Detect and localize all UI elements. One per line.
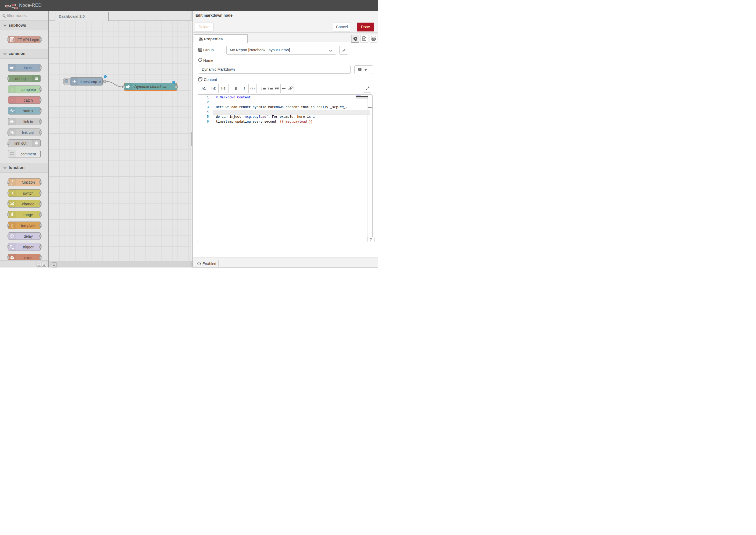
svg-text:3: 3 bbox=[261, 89, 262, 90]
